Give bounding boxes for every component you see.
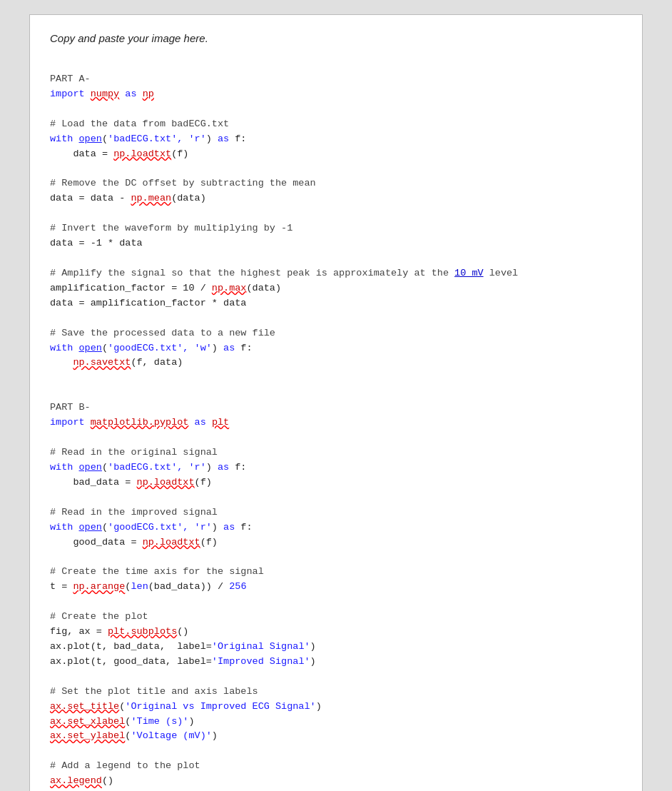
- code-block: PART A- import numpy as np # Load the da…: [50, 57, 622, 791]
- ax-legend: ax.legend: [50, 775, 102, 786]
- page-container: Copy and paste your image here. PART A- …: [29, 14, 643, 791]
- with-keyword-1: with: [50, 133, 73, 144]
- part-a-heading: PART A-: [50, 74, 91, 84]
- str-badecg-r2: 'badECG.txt', 'r': [108, 462, 206, 473]
- with-keyword-4: with: [50, 522, 73, 533]
- comment-5: # Save the processed data to a new file: [50, 328, 275, 338]
- np-alias: np: [143, 89, 154, 99]
- np-savetxt: np.savetxt: [73, 357, 131, 368]
- str-goodecg-r: 'goodECG.txt', 'r': [108, 522, 212, 533]
- comment-3: # Invert the waveform by multiplying by …: [50, 223, 292, 233]
- np-mean: np.mean: [131, 193, 171, 203]
- np-loadtxt-3: np.loadtxt: [143, 537, 200, 548]
- str-goodecg-w: 'goodECG.txt', 'w': [108, 343, 212, 353]
- open-func-4: open: [79, 522, 102, 533]
- amplification-factor-2: amplification_factor: [91, 298, 206, 308]
- comment-6: # Read in the original signal: [50, 447, 218, 458]
- import-keyword: import: [50, 89, 85, 99]
- comment-1: # Load the data from badECG.txt: [50, 119, 229, 129]
- as-keyword-2: as: [218, 133, 229, 144]
- open-func-1: open: [79, 133, 102, 144]
- with-keyword-3: with: [50, 462, 73, 473]
- comment-8: # Create the time axis for the signal: [50, 566, 264, 577]
- plt-alias: plt: [212, 417, 229, 428]
- part-b-heading: PART B-: [50, 402, 91, 413]
- comment-7: # Read in the improved signal: [50, 507, 218, 518]
- np-max: np.max: [212, 283, 247, 293]
- len-func: len: [131, 581, 148, 592]
- comment-11: # Add a legend to the plot: [50, 760, 200, 771]
- comment-9: # Create the plot: [50, 611, 148, 622]
- as-keyword-4: as: [195, 417, 206, 428]
- comment-4: # Amplify the signal so that the highest…: [50, 268, 518, 278]
- good-data-2: good_data: [113, 656, 166, 667]
- str-improved: 'Improved Signal': [212, 656, 310, 667]
- 10mv-link[interactable]: 10 mV: [454, 268, 484, 278]
- with-keyword-2: with: [50, 343, 73, 353]
- numpy-module: numpy: [91, 89, 120, 99]
- as-keyword-6: as: [223, 522, 235, 533]
- as-keyword-5: as: [218, 462, 229, 473]
- str-badecg-r: 'badECG.txt', 'r': [108, 133, 206, 144]
- ax-plot-1: ax.plot: [50, 641, 91, 652]
- matplotlib-module: matplotlib.pyplot: [91, 417, 189, 428]
- str-xlabel: 'Time (s)': [131, 716, 188, 727]
- amplification-factor-1: amplification_factor: [50, 283, 166, 293]
- open-func-3: open: [79, 462, 102, 473]
- np-loadtxt-1: np.loadtxt: [113, 148, 171, 159]
- str-original: 'Original Signal': [212, 641, 310, 652]
- ax-set-title: ax.set_title: [50, 701, 119, 712]
- ax-set-ylabel: ax.set_ylabel: [50, 730, 125, 741]
- str-title: 'Original vs Improved ECG Signal': [125, 701, 315, 712]
- bad-data-1: bad_data: [73, 477, 119, 488]
- open-func-2: open: [79, 343, 102, 353]
- ax-plot-2: ax.plot: [50, 656, 91, 667]
- np-arange: np.arange: [73, 581, 125, 592]
- ax-set-xlabel: ax.set_xlabel: [50, 716, 125, 727]
- plt-subplots: plt.subplots: [108, 626, 177, 637]
- str-ylabel: 'Voltage (mV)': [131, 730, 211, 741]
- bad-data-2: bad_data: [154, 581, 200, 592]
- comment-2: # Remove the DC offset by subtracting th…: [50, 178, 316, 188]
- comment-10: # Set the plot title and axis labels: [50, 686, 258, 697]
- as-keyword: as: [125, 89, 136, 99]
- as-keyword-3: as: [223, 343, 235, 353]
- instruction-text: Copy and paste your image here.: [50, 32, 622, 44]
- num-256: 256: [229, 581, 246, 592]
- np-loadtxt-2: np.loadtxt: [137, 477, 195, 488]
- import-keyword-2: import: [50, 417, 85, 428]
- good-data-1: good_data: [73, 537, 125, 548]
- bad-data-3: bad_data: [113, 641, 160, 652]
